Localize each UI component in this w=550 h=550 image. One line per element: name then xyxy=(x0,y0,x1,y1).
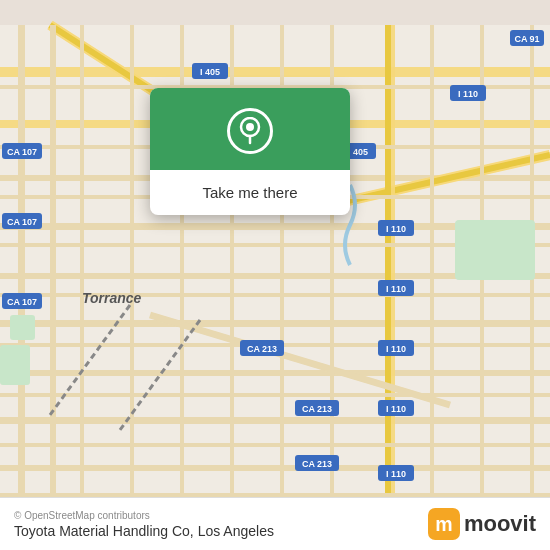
svg-rect-14 xyxy=(18,25,25,525)
svg-rect-28 xyxy=(80,25,84,525)
svg-rect-34 xyxy=(430,25,434,525)
svg-text:I 110: I 110 xyxy=(386,469,406,479)
svg-text:CA 107: CA 107 xyxy=(7,147,37,157)
location-title: Toyota Material Handling Co, Los Angeles xyxy=(14,523,274,539)
bottom-left: © OpenStreetMap contributors Toyota Mate… xyxy=(14,510,274,539)
location-icon-circle xyxy=(227,108,273,154)
svg-rect-29 xyxy=(130,25,134,525)
svg-text:I 110: I 110 xyxy=(386,224,406,234)
take-me-there-button[interactable]: Take me there xyxy=(166,180,334,205)
svg-text:CA 91: CA 91 xyxy=(514,34,539,44)
svg-text:CA 107: CA 107 xyxy=(7,217,37,227)
svg-point-74 xyxy=(246,123,254,131)
svg-rect-38 xyxy=(0,345,30,385)
svg-text:I 405: I 405 xyxy=(200,67,220,77)
svg-text:CA 213: CA 213 xyxy=(302,459,332,469)
svg-rect-15 xyxy=(50,25,56,525)
svg-text:I 110: I 110 xyxy=(386,404,406,414)
bottom-bar: © OpenStreetMap contributors Toyota Mate… xyxy=(0,497,550,550)
svg-text:m: m xyxy=(435,513,452,535)
moovit-icon: m xyxy=(428,508,460,540)
svg-text:CA 213: CA 213 xyxy=(302,404,332,414)
location-pin-icon xyxy=(238,117,262,145)
map-container[interactable]: I 405 CA 91 I 110 CA 107 CA 107 CA 107 I… xyxy=(0,0,550,550)
moovit-logo: m moovit xyxy=(428,508,536,540)
svg-text:CA 213: CA 213 xyxy=(247,344,277,354)
popup-button-area: Take me there xyxy=(150,170,350,215)
svg-text:Torrance: Torrance xyxy=(82,290,142,306)
svg-text:I 110: I 110 xyxy=(386,284,406,294)
copyright-text: © OpenStreetMap contributors xyxy=(14,510,274,521)
svg-text:CA 107: CA 107 xyxy=(7,297,37,307)
moovit-brand-text: moovit xyxy=(464,511,536,537)
svg-rect-37 xyxy=(455,220,535,280)
map-background: I 405 CA 91 I 110 CA 107 CA 107 CA 107 I… xyxy=(0,0,550,550)
svg-rect-39 xyxy=(10,315,35,340)
svg-text:I 405: I 405 xyxy=(348,147,368,157)
svg-text:I 110: I 110 xyxy=(458,89,478,99)
popup-header xyxy=(150,88,350,170)
location-popup: Take me there xyxy=(150,88,350,215)
svg-text:I 110: I 110 xyxy=(386,344,406,354)
svg-rect-17 xyxy=(385,25,391,525)
